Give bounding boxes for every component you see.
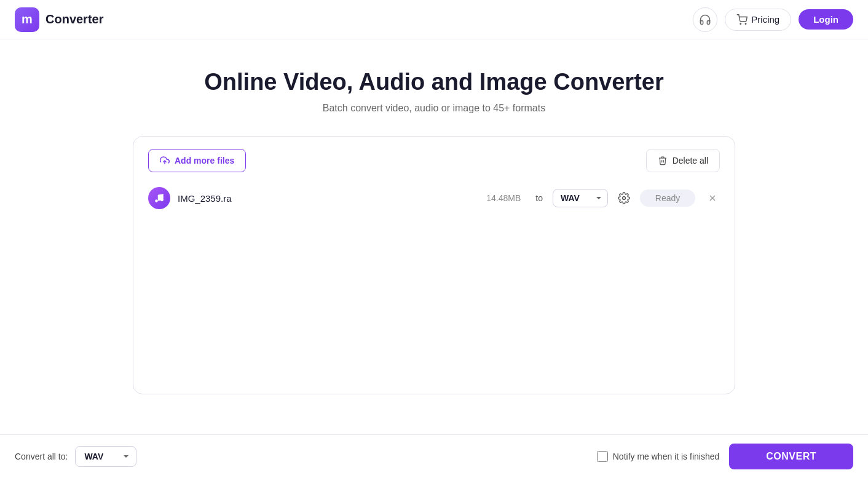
login-button[interactable]: Login — [799, 9, 853, 30]
hero-title: Online Video, Audio and Image Converter — [133, 69, 735, 95]
header-left: m Converter — [15, 7, 103, 32]
to-label: to — [535, 193, 543, 203]
header: m Converter Pricing Login — [0, 0, 868, 39]
svg-point-0 — [740, 23, 741, 25]
trash-icon — [658, 156, 668, 165]
remove-file-button[interactable] — [705, 191, 720, 205]
main-content: Online Video, Audio and Image Converter … — [120, 39, 748, 394]
support-button[interactable] — [693, 7, 717, 32]
format-select[interactable]: WAV MP3 AAC FLAC OGG M4A WMA — [553, 189, 608, 207]
add-files-button[interactable]: Add more files — [148, 149, 246, 172]
file-area: Add more files Delete all — [133, 136, 735, 394]
file-name: IMG_2359.ra — [178, 193, 264, 204]
cart-icon — [736, 14, 748, 25]
headset-icon — [699, 14, 711, 26]
music-note-icon — [154, 193, 165, 204]
logo-letter: m — [22, 12, 33, 26]
close-icon — [708, 193, 717, 203]
svg-point-3 — [155, 199, 158, 202]
svg-point-1 — [746, 23, 747, 25]
pricing-label: Pricing — [751, 14, 779, 25]
header-right: Pricing Login — [693, 7, 853, 32]
delete-all-button[interactable]: Delete all — [646, 149, 720, 172]
app-title: Converter — [45, 12, 103, 26]
logo-icon: m — [15, 7, 39, 32]
login-label: Login — [813, 14, 838, 25]
file-settings-button[interactable] — [615, 189, 633, 207]
add-files-label: Add more files — [175, 156, 234, 165]
file-size: 14.48MB — [478, 193, 521, 203]
status-badge: Ready — [640, 189, 695, 207]
svg-point-4 — [160, 199, 164, 202]
pricing-button[interactable]: Pricing — [725, 9, 791, 31]
file-type-icon — [148, 187, 170, 209]
status-text: Ready — [655, 193, 680, 203]
delete-all-label: Delete all — [673, 156, 708, 165]
svg-point-5 — [623, 197, 626, 200]
table-row: IMG_2359.ra 14.48MB to WAV MP3 AAC FLAC … — [148, 182, 720, 214]
upload-icon — [160, 156, 170, 165]
file-area-header: Add more files Delete all — [148, 149, 720, 172]
hero-subtitle: Batch convert video, audio or image to 4… — [133, 103, 735, 114]
gear-icon — [618, 192, 630, 204]
